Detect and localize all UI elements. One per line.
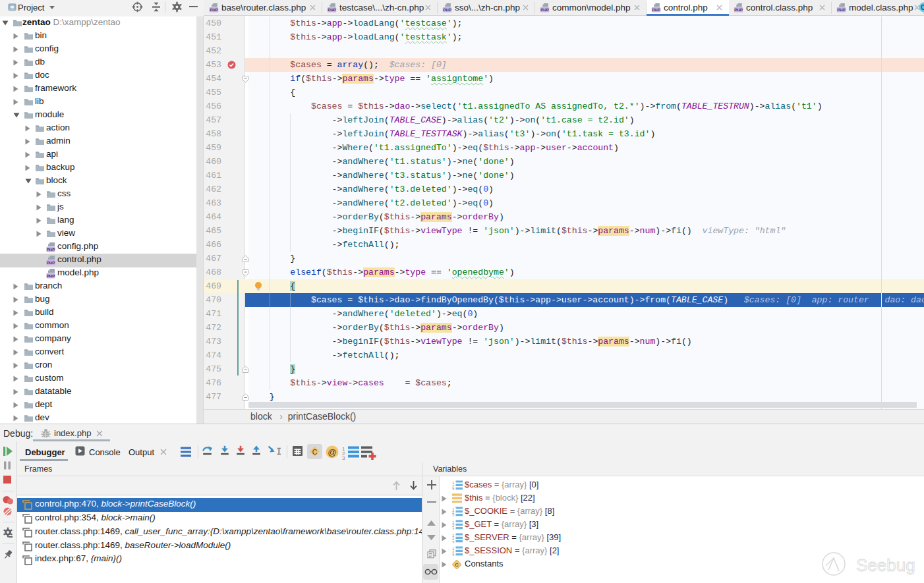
svg-text:PHP: PHP xyxy=(734,7,743,12)
svg-text:3: 3 xyxy=(452,514,455,517)
svg-text:3: 3 xyxy=(452,527,455,530)
svg-text:Seebug: Seebug xyxy=(856,555,915,575)
svg-text:PHP: PHP xyxy=(210,7,218,12)
svg-text:3: 3 xyxy=(342,455,345,460)
svg-text:3: 3 xyxy=(452,553,455,557)
svg-text:PHP: PHP xyxy=(328,7,336,12)
svg-text:PHP: PHP xyxy=(540,7,549,12)
svg-text:C: C xyxy=(921,4,924,11)
svg-text:PHP: PHP xyxy=(837,7,846,12)
svg-text:3: 3 xyxy=(452,487,455,491)
svg-text:PHP: PHP xyxy=(652,7,660,12)
svg-text:PHP: PHP xyxy=(47,247,55,252)
svg-text:3: 3 xyxy=(452,540,455,543)
svg-text:@: @ xyxy=(328,447,337,457)
svg-text:C: C xyxy=(455,562,459,568)
svg-text:PHP: PHP xyxy=(47,260,55,265)
svg-text:PHP: PHP xyxy=(47,273,55,278)
svg-text:PHP: PHP xyxy=(443,7,451,12)
svg-text:C: C xyxy=(312,448,318,456)
